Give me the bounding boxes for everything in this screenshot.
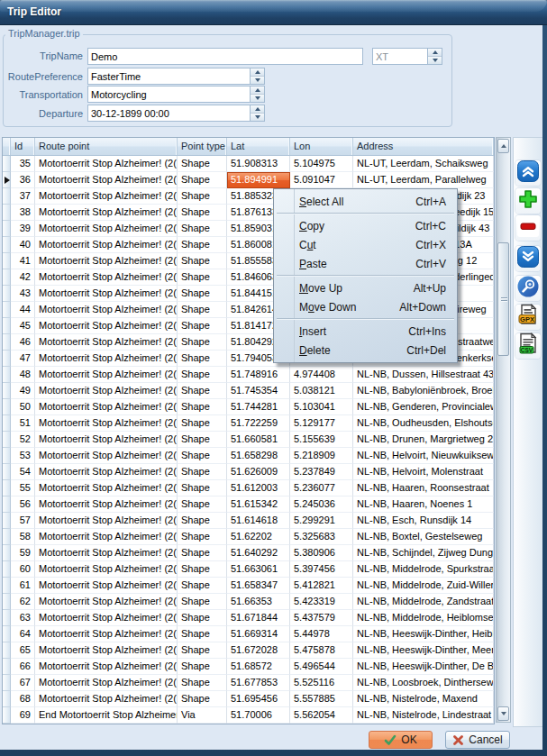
cell-address[interactable]: NL-NB, Haaren, Noenes 1 (353, 496, 494, 513)
grid-row[interactable]: 35Motortoerrit Stop Alzheimer! (2(Shape5… (3, 156, 494, 172)
cell-type[interactable]: Shape (178, 156, 227, 172)
scrollbar-thumb[interactable] (497, 242, 509, 356)
cell-id[interactable]: 59 (11, 545, 35, 561)
cell-type[interactable]: Shape (178, 561, 227, 578)
cell-route[interactable]: Motortoerrit Stop Alzheimer! (2( (35, 383, 178, 399)
cell-lon[interactable]: 5.245036 (290, 496, 353, 513)
cell-route[interactable]: Motortoerrit Stop Alzheimer! (2( (35, 253, 178, 269)
cell-lat[interactable]: 51.669314 (227, 626, 290, 642)
cell-lon[interactable]: 5.237849 (290, 464, 353, 480)
cell-id[interactable]: 40 (11, 237, 35, 253)
grid-row[interactable]: 56Motortoerrit Stop Alzheimer! (2(Shape5… (3, 496, 494, 513)
cell-route[interactable]: Motortoerrit Stop Alzheimer! (2( (35, 448, 178, 464)
route-preference-spin-input[interactable]: FasterTime (87, 68, 265, 85)
cell-address[interactable]: NL-NB, Middelrode, Spurkstraat (353, 561, 494, 578)
menu-item-delete[interactable]: DeleteCtrl+Del (274, 341, 457, 360)
cell-type[interactable]: Via (178, 707, 227, 724)
cell-lon[interactable]: 5.038121 (290, 383, 353, 399)
cell-id[interactable]: 65 (11, 642, 35, 659)
grid-row[interactable]: 69End Motortoerrit Stop AlzheimerVia51.7… (3, 707, 494, 724)
cell-id[interactable]: 58 (11, 529, 35, 545)
trip-type-spin-input[interactable]: XT (372, 48, 442, 65)
cell-type[interactable]: Shape (178, 464, 227, 480)
cell-route[interactable]: Motortoerrit Stop Alzheimer! (2( (35, 594, 178, 610)
spin-up-button[interactable] (251, 87, 264, 94)
cell-lat[interactable]: 51.68572 (227, 659, 290, 675)
cell-lon[interactable]: 5.562054 (290, 707, 353, 724)
grid-row[interactable]: 54Motortoerrit Stop Alzheimer! (2(Shape5… (3, 464, 494, 480)
cell-type[interactable]: Shape (178, 221, 227, 237)
spin-down-button[interactable] (251, 113, 264, 121)
search-button[interactable] (515, 276, 541, 301)
grid-row[interactable]: 61Motortoerrit Stop Alzheimer! (2(Shape5… (3, 578, 494, 594)
cell-type[interactable]: Shape (178, 448, 227, 464)
cell-type[interactable]: Shape (178, 642, 227, 659)
grid-row[interactable]: 59Motortoerrit Stop Alzheimer! (2(Shape5… (3, 545, 494, 561)
cell-route[interactable]: Motortoerrit Stop Alzheimer! (2( (35, 399, 178, 415)
cell-lon[interactable]: 5.218909 (290, 448, 353, 464)
cell-id[interactable]: 61 (11, 578, 35, 594)
cell-type[interactable]: Shape (178, 529, 227, 545)
move-to-bottom-button[interactable] (515, 246, 541, 271)
grid-row[interactable]: 52Motortoerrit Stop Alzheimer! (2(Shape5… (3, 432, 494, 448)
cell-route[interactable]: Motortoerrit Stop Alzheimer! (2( (35, 415, 178, 432)
column-header-route[interactable]: Route point (35, 138, 178, 155)
cell-lat[interactable]: 51.614618 (227, 513, 290, 529)
cell-route[interactable]: Motortoerrit Stop Alzheimer! (2( (35, 659, 178, 675)
spin-up-button[interactable] (251, 68, 264, 76)
cell-type[interactable]: Shape (178, 318, 227, 334)
cell-id[interactable]: 62 (11, 594, 35, 610)
cell-id[interactable]: 68 (11, 691, 35, 707)
cell-type[interactable]: Shape (178, 659, 227, 675)
cell-route[interactable]: Motortoerrit Stop Alzheimer! (2( (35, 237, 178, 253)
spin-up-button[interactable] (251, 105, 264, 113)
move-to-top-button[interactable] (515, 160, 541, 186)
cell-lat[interactable]: 51.894991 (227, 172, 290, 188)
cell-address[interactable]: NL-NB, Drunen, Margrietweg 23 (353, 432, 494, 448)
cell-id[interactable]: 64 (11, 626, 35, 642)
cell-type[interactable]: Shape (178, 286, 227, 302)
column-header-type[interactable]: Point type (178, 138, 227, 155)
cell-lon[interactable]: 5.091047 (290, 172, 353, 188)
add-row-button[interactable] (515, 188, 541, 214)
departure-spin-input[interactable]: 30-12-1899 00:00 (87, 105, 265, 122)
grid-row[interactable]: 58Motortoerrit Stop Alzheimer! (2(Shape5… (3, 529, 494, 545)
cell-lat[interactable]: 51.626009 (227, 464, 290, 480)
cell-address[interactable]: NL-NB, Oudheusden, Elshoutseweg (353, 415, 494, 432)
grid-row[interactable]: 68Motortoerrit Stop Alzheimer! (2(Shape5… (3, 691, 494, 707)
grid-row[interactable]: 36Motortoerrit Stop Alzheimer! (2(Shape5… (3, 172, 494, 188)
grid-row[interactable]: 49Motortoerrit Stop Alzheimer! (2(Shape5… (3, 383, 494, 399)
cell-lat[interactable]: 51.62202 (227, 529, 290, 545)
cell-type[interactable]: Shape (178, 594, 227, 610)
cell-lat[interactable]: 51.663061 (227, 561, 290, 578)
menu-item-move-up[interactable]: Move UpAlt+Up (274, 278, 457, 297)
cell-id[interactable]: 44 (11, 302, 35, 318)
cell-lon[interactable]: 5.104975 (290, 156, 353, 172)
column-header-lat[interactable]: Lat (227, 138, 290, 155)
cell-address[interactable]: NL-NB, Schijndel, Zijweg Dungers (353, 545, 494, 561)
cell-lon[interactable]: 5.129177 (290, 415, 353, 432)
export-csv-button[interactable]: CSV (515, 333, 541, 359)
cell-type[interactable]: Shape (178, 188, 227, 205)
cell-address[interactable]: NL-NB, Helvoirt, Molenstraat (353, 464, 494, 480)
transportation-spin-input[interactable]: Motorcycling (87, 86, 265, 103)
cell-type[interactable]: Shape (178, 496, 227, 513)
cell-type[interactable]: Shape (178, 545, 227, 561)
cell-route[interactable]: Motortoerrit Stop Alzheimer! (2( (35, 269, 178, 286)
cell-id[interactable]: 39 (11, 221, 35, 237)
cell-type[interactable]: Shape (178, 610, 227, 626)
cell-lon[interactable]: 5.155639 (290, 432, 353, 448)
cell-type[interactable]: Shape (178, 237, 227, 253)
cell-lon[interactable]: 5.557885 (290, 691, 353, 707)
grid-row[interactable]: 53Motortoerrit Stop Alzheimer! (2(Shape5… (3, 448, 494, 464)
cell-lat[interactable]: 51.908313 (227, 156, 290, 172)
cell-type[interactable]: Shape (178, 269, 227, 286)
cell-lat[interactable]: 51.748916 (227, 367, 290, 383)
cell-address[interactable]: NL-NB, Esch, Runsdijk 14 (353, 513, 494, 529)
cell-lat[interactable]: 51.660581 (227, 432, 290, 448)
cell-address[interactable]: NL-NB, Middelrode, Zuid-Willemsvaart (353, 578, 494, 594)
cell-id[interactable]: 60 (11, 561, 35, 578)
cell-address[interactable]: NL-NB, Heeswijk-Dinther, Meerstraat (353, 642, 494, 659)
cell-lat[interactable]: 51.745354 (227, 383, 290, 399)
cancel-button[interactable]: Cancel (445, 731, 510, 749)
